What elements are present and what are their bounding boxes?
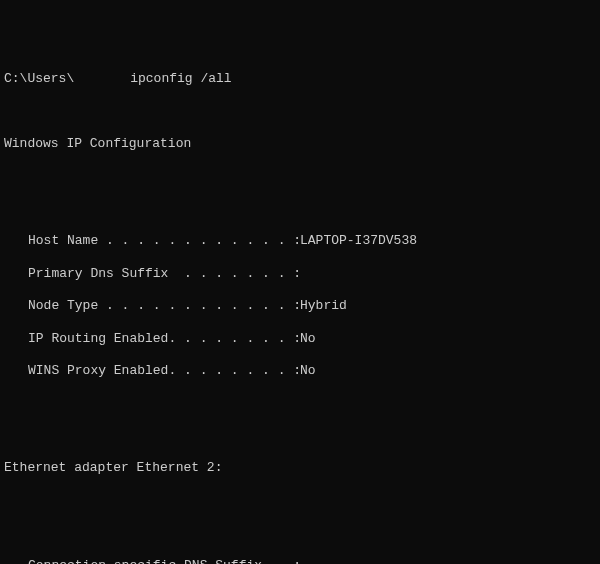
blank-line	[4, 493, 596, 509]
blank-line	[4, 104, 596, 120]
field-label: Primary Dns Suffix . . . . . . . :	[28, 266, 300, 282]
prompt-path: C:\Users\	[4, 71, 74, 86]
prompt-command: ipconfig /all	[130, 71, 231, 86]
field-value: Hybrid	[300, 298, 596, 314]
host-section: Host Name . . . . . . . . . . . . :LAPTO…	[4, 217, 596, 396]
field-label: Node Type . . . . . . . . . . . . :	[28, 298, 300, 314]
field-value	[300, 558, 596, 565]
ip-routing-row: IP Routing Enabled. . . . . . . . :No	[4, 331, 596, 347]
node-type-row: Node Type . . . . . . . . . . . . :Hybri…	[4, 298, 596, 314]
command-prompt-line: C:\Users\ipconfig /all	[4, 71, 596, 87]
adapter2-title: Ethernet adapter Ethernet 2:	[4, 460, 596, 476]
field-label: WINS Proxy Enabled. . . . . . . . :	[28, 363, 300, 379]
section-header-ipconfig: Windows IP Configuration	[4, 136, 596, 152]
conn-dns-suffix-row: Connection-specific DNS Suffix . :	[4, 558, 596, 565]
field-label: Host Name . . . . . . . . . . . . :	[28, 233, 300, 249]
primary-dns-suffix-row: Primary Dns Suffix . . . . . . . :	[4, 266, 596, 282]
field-value: No	[300, 363, 596, 379]
field-label: IP Routing Enabled. . . . . . . . :	[28, 331, 300, 347]
blank-line	[4, 428, 596, 444]
field-value	[300, 266, 596, 282]
blank-line	[4, 168, 596, 184]
field-value: LAPTOP-I37DV538	[300, 233, 596, 249]
wins-proxy-row: WINS Proxy Enabled. . . . . . . . :No	[4, 363, 596, 379]
field-value: No	[300, 331, 596, 347]
host-name-row: Host Name . . . . . . . . . . . . :LAPTO…	[4, 233, 596, 249]
adapter2-section: Connection-specific DNS Suffix . : Descr…	[4, 541, 596, 564]
field-label: Connection-specific DNS Suffix . :	[28, 558, 300, 565]
